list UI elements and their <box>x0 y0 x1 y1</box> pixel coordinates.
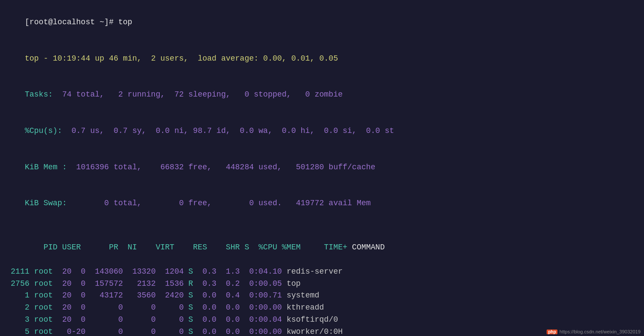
command-cell: systemd <box>282 291 319 300</box>
virt-cell: 0 <box>86 303 123 312</box>
state-cell: S <box>184 327 193 336</box>
pr-cell: 0 <box>53 327 71 336</box>
time-cell: 0:00.05 <box>240 279 282 288</box>
process-rows-container: 2111 root 20 0 143060 13320 1204 S 0.3 1… <box>6 266 638 336</box>
tasks-value: 74 total, 2 running, 72 sleeping, 0 stop… <box>53 90 343 99</box>
pr-cell: 20 <box>53 315 71 324</box>
shr-cell: 0 <box>156 303 184 312</box>
mem-cell: 0.0 <box>216 327 240 336</box>
pr-cell: 20 <box>53 267 71 276</box>
php-badge: php <box>547 330 557 334</box>
mem-cell: 0.4 <box>216 291 240 300</box>
mem-label: KiB Mem : <box>25 163 67 171</box>
time-cell: 0:00.00 <box>240 327 282 336</box>
pr-cell: 20 <box>53 279 71 288</box>
shr-cell: 1204 <box>156 267 184 276</box>
command-cell: kthreadd <box>282 303 324 312</box>
top-header-line1: top - 10:19:44 up 46 min, 2 users, load … <box>6 41 638 77</box>
state-cell: S <box>184 291 193 300</box>
cpu-cell: 0.0 <box>193 303 216 312</box>
pid-cell: 5 <box>6 327 29 336</box>
res-cell: 0 <box>123 303 156 312</box>
prompt-line: [root@localhost ~]# top <box>6 4 638 41</box>
user-cell: root <box>29 303 53 312</box>
table-header-row: PID USER PR NI VIRT RES SHR S %CPU %MEM … <box>6 229 638 266</box>
command-cell: kworker/0:0H <box>282 327 342 336</box>
pr-cell: 20 <box>53 303 71 312</box>
shr-cell: 1536 <box>156 279 184 288</box>
tasks-label: Tasks: <box>25 90 53 99</box>
cpu-cell: 0.3 <box>193 279 216 288</box>
mem-value: 1016396 total, 66832 free, 448284 used, … <box>67 163 375 171</box>
watermark: php https://blog.csdn.net/weixin_3903201… <box>547 329 641 334</box>
virt-cell: 143060 <box>86 267 123 276</box>
user-cell: root <box>29 315 53 324</box>
cpu-cell: 0.0 <box>193 327 216 336</box>
table-row: 5 root 0-20 0 0 0 S 0.0 0.0 0:00.00 kwor… <box>6 326 638 336</box>
res-cell: 3560 <box>123 291 156 300</box>
state-cell: S <box>184 315 193 324</box>
pid-cell: 2111 <box>6 267 29 276</box>
pr-cell: 20 <box>53 291 71 300</box>
command-cell: top <box>282 279 300 288</box>
state-cell: S <box>184 267 193 276</box>
table-row: 1 root 20 0 43172 3560 2420 S 0.0 0.4 0:… <box>6 290 638 302</box>
virt-cell: 0 <box>86 327 123 336</box>
pid-cell: 1 <box>6 291 29 300</box>
cpu-cell: 0.0 <box>193 291 216 300</box>
mem-cell: 1.3 <box>216 267 240 276</box>
state-cell: R <box>184 279 193 288</box>
time-cell: 0:00.00 <box>240 303 282 312</box>
col-header-text: PID USER PR NI VIRT RES SHR S %CPU %MEM … <box>34 243 352 252</box>
ni-cell: -20 <box>71 327 85 336</box>
cpu-value: 0.7 us, 0.7 sy, 0.0 ni, 98.7 id, 0.0 wa,… <box>62 126 394 135</box>
res-cell: 2132 <box>123 279 156 288</box>
top-time: 10:19:44 <box>53 54 90 63</box>
mem-line: KiB Mem : 1016396 total, 66832 free, 448… <box>6 149 638 186</box>
process-table: PID USER PR NI VIRT RES SHR S %CPU %MEM … <box>6 229 638 336</box>
prompt-text: [root@localhost ~]# top <box>25 18 132 26</box>
user-cell: root <box>29 291 53 300</box>
state-cell: S <box>184 303 193 312</box>
swap-label: KiB Swap: <box>25 199 67 207</box>
command-cell: ksoftirqd/0 <box>282 315 338 324</box>
swap-value: 0 total, 0 free, 0 used. 419772 avail Me… <box>67 199 370 207</box>
table-row: 3 root 20 0 0 0 0 S 0.0 0.0 0:00.04 ksof… <box>6 314 638 326</box>
ni-cell: 0 <box>71 279 85 288</box>
time-cell: 0:00.71 <box>240 291 282 300</box>
cpu-cell: 0.3 <box>193 267 216 276</box>
table-row: 2111 root 20 0 143060 13320 1204 S 0.3 1… <box>6 266 638 278</box>
cpu-line: %Cpu(s): 0.7 us, 0.7 sy, 0.0 ni, 98.7 id… <box>6 113 638 149</box>
ni-cell: 0 <box>71 303 85 312</box>
pid-cell: 3 <box>6 315 29 324</box>
virt-cell: 157572 <box>86 279 123 288</box>
watermark-url: https://blog.csdn.net/weixin_39032019 <box>560 329 641 334</box>
pid-cell: 2 <box>6 303 29 312</box>
virt-cell: 0 <box>86 315 123 324</box>
virt-cell: 43172 <box>86 291 123 300</box>
terminal-window: [root@localhost ~]# top top - 10:19:44 u… <box>6 4 638 336</box>
table-row: 2756 root 20 0 157572 2132 1536 R 0.3 0.… <box>6 278 638 290</box>
time-cell: 0:04.10 <box>240 267 282 276</box>
top-uptime: up 46 min, 2 users, load average: 0.00, … <box>90 54 338 63</box>
ni-cell: 0 <box>71 315 85 324</box>
command-col-header: COMMAND <box>352 243 385 252</box>
command-cell: redis-server <box>282 267 342 276</box>
res-cell: 0 <box>123 315 156 324</box>
res-cell: 13320 <box>123 267 156 276</box>
tasks-line: Tasks: 74 total, 2 running, 72 sleeping,… <box>6 77 638 113</box>
top-time-prefix: top - <box>25 54 53 63</box>
mem-cell: 0.0 <box>216 315 240 324</box>
time-cell: 0:00.04 <box>240 315 282 324</box>
cpu-label: %Cpu(s): <box>25 126 62 135</box>
pid-cell: 2756 <box>6 279 29 288</box>
table-row: 2 root 20 0 0 0 0 S 0.0 0.0 0:00.00 kthr… <box>6 302 638 314</box>
mem-cell: 0.0 <box>216 303 240 312</box>
res-cell: 0 <box>123 327 156 336</box>
swap-line: KiB Swap: 0 total, 0 free, 0 used. 41977… <box>6 185 638 222</box>
user-cell: root <box>29 267 53 276</box>
ni-cell: 0 <box>71 291 85 300</box>
user-cell: root <box>29 327 53 336</box>
shr-cell: 0 <box>156 315 184 324</box>
ni-cell: 0 <box>71 267 85 276</box>
